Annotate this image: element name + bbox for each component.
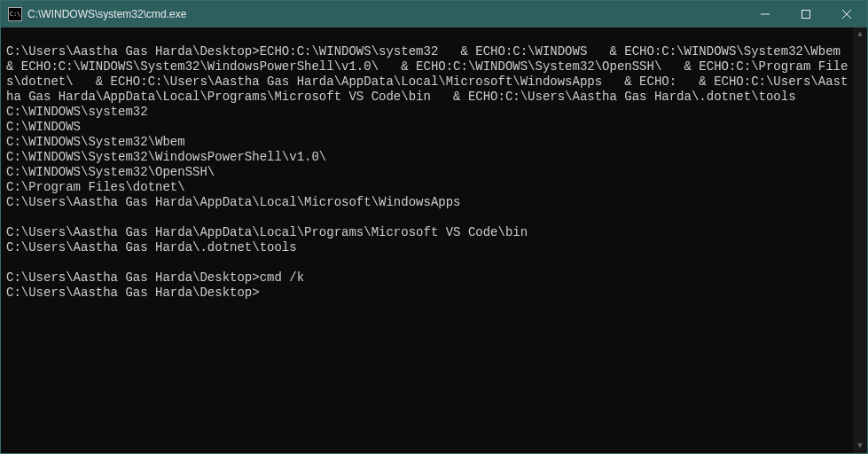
scroll-up-icon[interactable]: ▲ [853, 27, 867, 42]
minimize-icon [761, 10, 770, 19]
titlebar[interactable]: C:\ C:\WINDOWS\system32\cmd.exe [1, 1, 867, 27]
window-title: C:\WINDOWS\system32\cmd.exe [27, 8, 745, 20]
terminal-output[interactable]: C:\Users\Aastha Gas Harda\Desktop>ECHO:C… [1, 27, 853, 453]
minimize-button[interactable] [745, 1, 786, 27]
maximize-button[interactable] [786, 1, 826, 27]
vertical-scrollbar[interactable]: ▲ ▼ [853, 27, 867, 453]
close-icon [842, 10, 851, 19]
window-controls [745, 1, 867, 27]
cmd-window: C:\ C:\WINDOWS\system32\cmd.exe C:\Users… [0, 0, 868, 454]
app-icon: C:\ [8, 7, 22, 21]
close-button[interactable] [826, 1, 867, 27]
maximize-icon [802, 10, 810, 19]
terminal-area: C:\Users\Aastha Gas Harda\Desktop>ECHO:C… [1, 27, 867, 453]
svg-rect-1 [802, 11, 810, 19]
scroll-down-icon[interactable]: ▼ [853, 439, 867, 453]
